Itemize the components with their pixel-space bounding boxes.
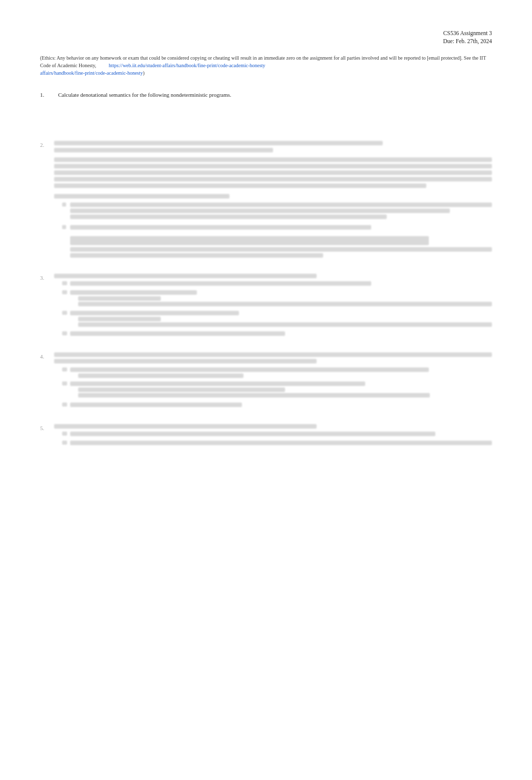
- ethics-link[interactable]: https://web.iit.edu/student-affairs/hand…: [109, 63, 265, 68]
- q2-num: 2.: [40, 141, 50, 262]
- ethics-url-line: affairs/handbook/fine-print/code-academi…: [40, 70, 145, 76]
- question-1: 1. Calculate denotational semantics for …: [40, 91, 492, 100]
- q4-label: 4.: [40, 352, 492, 412]
- q2-label: 2.: [40, 141, 492, 262]
- question-2-blurred: 2.: [40, 141, 492, 262]
- ethics-notice: (Ethics: Any behavior on any homework or…: [40, 54, 492, 77]
- q3-label: 3.: [40, 274, 492, 340]
- ethics-link-line2[interactable]: affairs/handbook/fine-print/code-academi…: [40, 70, 143, 76]
- course-title: CS536 Assignment 3: [40, 30, 492, 36]
- document-header: CS536 Assignment 3 Due: Feb. 27th, 2024: [40, 30, 492, 44]
- q5-label: 5.: [40, 424, 492, 450]
- question-3-blurred: 3.: [40, 274, 492, 340]
- question-5-blurred: 5.: [40, 424, 492, 450]
- q3-num: 3.: [40, 274, 50, 340]
- q1-number: 1.: [40, 91, 54, 100]
- q4-num: 4.: [40, 352, 50, 412]
- q1-body: Calculate denotational semantics for the…: [58, 91, 231, 100]
- question-1-text: 1. Calculate denotational semantics for …: [40, 91, 492, 100]
- due-date: Due: Feb. 27th, 2024: [40, 38, 492, 44]
- q5-num: 5.: [40, 424, 50, 450]
- question-4-blurred: 4.: [40, 352, 492, 412]
